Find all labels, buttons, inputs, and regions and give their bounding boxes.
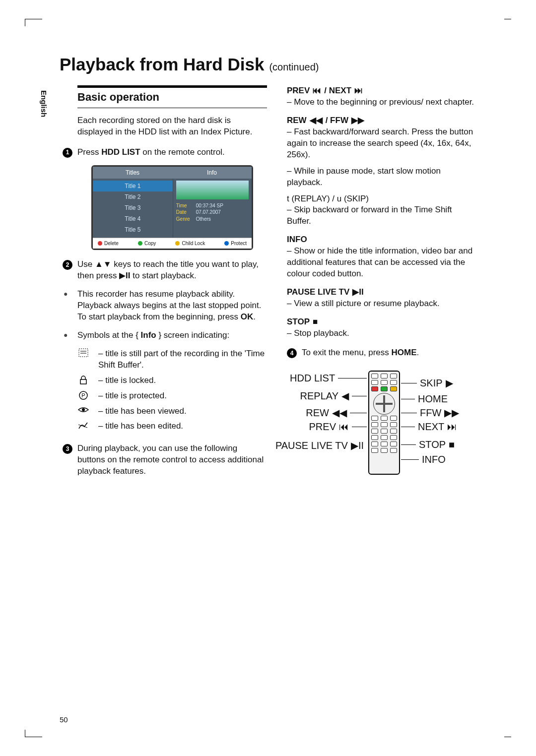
step-2-badge: 2 bbox=[63, 260, 72, 270]
rew-ffw-heading: REW ◀◀ / FFW ▶▶ bbox=[287, 115, 476, 126]
svg-point-6 bbox=[82, 408, 85, 411]
label-rew: REW◀◀ bbox=[290, 406, 367, 420]
step-1-badge: 1 bbox=[63, 148, 72, 158]
hdd-preview bbox=[176, 181, 249, 199]
label-replay: REPLAY◀ bbox=[290, 389, 367, 403]
rew-icon: ◀◀ bbox=[310, 115, 323, 126]
crop-mark bbox=[25, 19, 42, 26]
lock-icon bbox=[77, 375, 89, 385]
symbol-row-locked: – title is locked. bbox=[77, 375, 267, 386]
pause-desc: – View a still picture or resume playbac… bbox=[287, 298, 476, 310]
step-2-text: Use ▲▼ keys to reach the title you want … bbox=[77, 259, 259, 280]
step-1-text: Press HDD LIST on the remote control. bbox=[77, 147, 225, 157]
prev-icon: ⏮ bbox=[313, 85, 321, 97]
step-3-badge: 3 bbox=[63, 444, 72, 454]
svg-rect-3 bbox=[80, 379, 86, 384]
rew-ffw-desc-1: – Fast backward/forward search. Press th… bbox=[287, 126, 476, 161]
crop-mark bbox=[25, 730, 42, 737]
page-number: 50 bbox=[60, 715, 68, 724]
symbol-row-protected: P – title is protected. bbox=[77, 390, 267, 402]
hdd-col-info: Info bbox=[172, 167, 252, 179]
title-main: Playback from Hard Disk bbox=[60, 55, 264, 74]
language-tab: English bbox=[40, 90, 48, 117]
page-title: Playback from Hard Disk (continued) bbox=[60, 55, 476, 74]
rew-ffw-desc-2: – While in pause mode, start slow motion… bbox=[287, 166, 476, 189]
replay-skip-heading: t (REPLAY) / u (SKIP) bbox=[287, 193, 476, 205]
ffw-icon: ▶▶ bbox=[351, 115, 364, 126]
hdd-col-titles: Titles bbox=[93, 167, 172, 179]
buffer-icon bbox=[77, 348, 89, 357]
prev-next-heading: PREV ⏮ / NEXT ⏭ bbox=[287, 85, 476, 97]
stop-heading: STOP ■ bbox=[287, 316, 476, 328]
label-home: HOME bbox=[401, 392, 448, 406]
label-pauselive: PAUSE LIVE TV▶II bbox=[290, 439, 367, 452]
remote-body bbox=[368, 371, 400, 475]
step-3-text: During playback, you can use the followi… bbox=[77, 443, 264, 476]
symbol-row-edited: – title has been edited. bbox=[77, 421, 267, 432]
label-info: INFO bbox=[401, 453, 446, 466]
title-continued: (continued) bbox=[269, 62, 319, 73]
info-desc: – Show or hide the title information, vi… bbox=[287, 246, 476, 280]
label-stop: STOP■ bbox=[401, 438, 455, 451]
symbols-intro: Symbols at the { Info } screen indicatin… bbox=[77, 330, 267, 341]
hdd-info-panel: Time00:37:34 SP Date07.07.2007 GenreOthe… bbox=[173, 179, 252, 238]
resume-note: This recorder has resume playback abilit… bbox=[77, 289, 267, 323]
remote-dpad bbox=[373, 393, 395, 415]
crop-mark bbox=[504, 19, 511, 36]
stop-desc: – Stop playback. bbox=[287, 328, 476, 339]
label-ffw: FFW▶▶ bbox=[401, 406, 459, 420]
rule bbox=[77, 85, 267, 88]
crop-mark bbox=[504, 720, 511, 737]
remote-illustration: HDD LIST REPLAY◀ REW◀◀ PREV⏮ PAUSE LIVE … bbox=[290, 366, 473, 485]
next-icon: ⏭ bbox=[354, 85, 363, 97]
label-skip: SKIP▶ bbox=[401, 377, 453, 390]
prev-next-desc: – Move to the beginning or previous/ nex… bbox=[287, 97, 476, 108]
eye-icon bbox=[77, 406, 89, 414]
svg-text:P: P bbox=[81, 392, 85, 398]
edited-icon bbox=[77, 421, 89, 431]
rule bbox=[77, 108, 267, 108]
intro-text: Each recording stored on the hard disk i… bbox=[77, 115, 267, 138]
symbol-row-buffer: – title is still part of the recording i… bbox=[77, 348, 267, 371]
step-4-badge: 4 bbox=[287, 348, 297, 358]
symbol-row-viewed: – title has been viewed. bbox=[77, 406, 267, 417]
pause-heading: PAUSE LIVE TV ▶II bbox=[287, 287, 476, 298]
label-hddlist: HDD LIST bbox=[290, 372, 367, 385]
svg-rect-0 bbox=[79, 349, 88, 357]
stop-icon: ■ bbox=[313, 316, 318, 328]
replay-skip-desc: – Skip backward or forward in the Time S… bbox=[287, 204, 476, 227]
hdd-titles-list: Title 1 Title 2 Title 3 Title 4 Title 5 bbox=[93, 179, 173, 238]
play-pause-icon: ▶II bbox=[352, 287, 363, 298]
hdd-list-illustration: Titles Info Title 1 Title 2 Title 3 Titl… bbox=[91, 165, 253, 251]
section-title: Basic operation bbox=[77, 90, 267, 105]
protected-icon: P bbox=[77, 390, 89, 400]
column-left: Basic operation Each recording stored on… bbox=[77, 85, 267, 485]
step-4-text: To exit the menu, press HOME. bbox=[302, 348, 419, 357]
hdd-footer: Delete Copy Child Lock Protect bbox=[93, 238, 252, 249]
label-next: NEXT⏭ bbox=[401, 420, 457, 434]
page: English Playback from Hard Disk (continu… bbox=[0, 0, 536, 756]
label-prev: PREV⏮ bbox=[290, 420, 367, 434]
column-right: PREV ⏮ / NEXT ⏭ – Move to the beginning … bbox=[287, 85, 476, 485]
info-heading: INFO bbox=[287, 234, 476, 246]
